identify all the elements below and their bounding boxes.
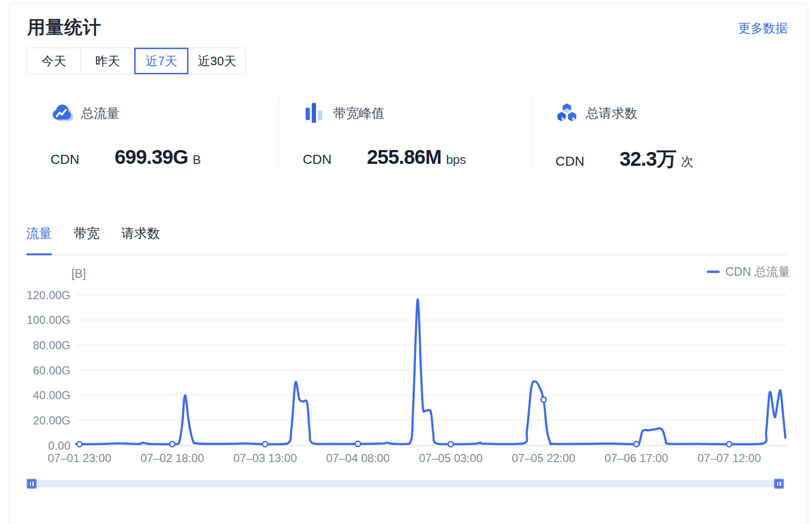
data-point-marker[interactable] — [263, 442, 268, 447]
data-point-marker[interactable] — [727, 442, 732, 447]
data-point-marker[interactable] — [170, 442, 175, 447]
data-point-marker[interactable] — [634, 442, 639, 447]
datazoom-right-handle[interactable] — [774, 479, 784, 489]
range-tab-last7days[interactable]: 近7天 — [134, 48, 188, 74]
data-point-marker[interactable] — [448, 442, 454, 447]
data-point-marker[interactable] — [356, 441, 361, 446]
data-point-marker[interactable] — [541, 397, 546, 402]
data-point-marker[interactable] — [77, 442, 82, 447]
datazoom-track[interactable] — [27, 480, 784, 487]
datazoom-left-handle[interactable] — [27, 479, 37, 489]
traffic-line-chart[interactable] — [0, 0, 812, 524]
series-line-cdn-traffic — [76, 300, 785, 444]
